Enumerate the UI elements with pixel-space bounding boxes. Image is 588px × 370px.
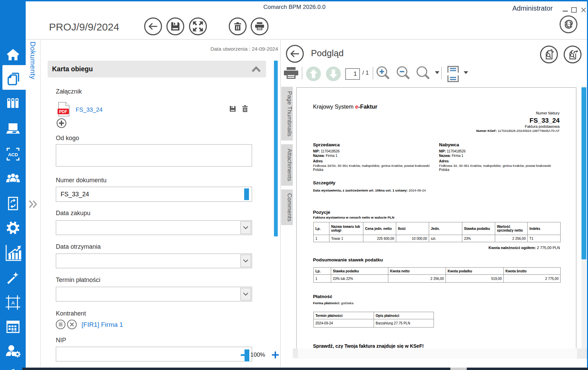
svg-text:ACD: ACD <box>8 152 18 157</box>
svg-text:A: A <box>11 300 14 306</box>
svg-text:PDF: PDF <box>59 109 67 114</box>
